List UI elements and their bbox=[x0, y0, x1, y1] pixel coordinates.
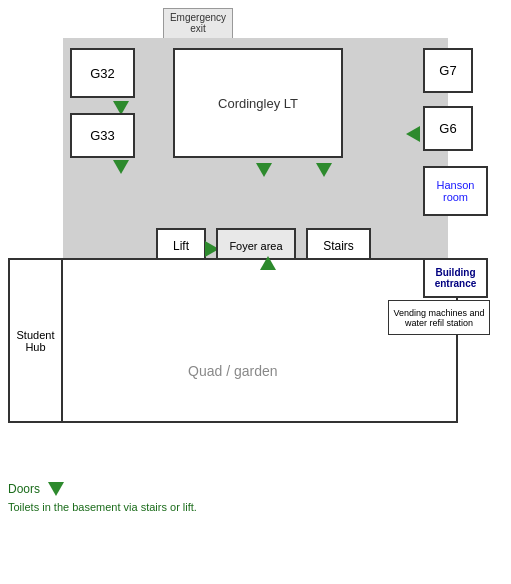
floor-plan: Emgergency exit Cordingley LT G32 G33 G7… bbox=[8, 8, 503, 478]
door-quad-icon bbox=[260, 256, 276, 270]
quad-label: Quad / garden bbox=[188, 363, 278, 379]
room-g6: G6 bbox=[423, 106, 473, 151]
door-g6-icon bbox=[406, 126, 420, 142]
toilets-note: Toilets in the basement via stairs or li… bbox=[8, 500, 197, 515]
building-entrance-label: Building entrance bbox=[425, 267, 486, 289]
quad-garden-area bbox=[8, 258, 458, 423]
cordingley-label: Cordingley LT bbox=[218, 96, 298, 111]
doors-legend-row: Doors bbox=[8, 482, 197, 496]
cordingley-lt-room: Cordingley LT bbox=[173, 48, 343, 158]
building-entrance: Building entrance bbox=[423, 258, 488, 298]
vending-machines-area: Vending machines and water refil station bbox=[388, 300, 490, 335]
doors-legend-label: Doors bbox=[8, 482, 40, 496]
lift-label: Lift bbox=[173, 239, 189, 253]
student-hub-label: Student Hub bbox=[10, 329, 61, 353]
g33-label: G33 bbox=[90, 128, 115, 143]
legend-area: Doors Toilets in the basement via stairs… bbox=[8, 482, 197, 515]
stairs-label: Stairs bbox=[323, 239, 354, 253]
door-legend-icon bbox=[48, 482, 64, 496]
foyer-label: Foyer area bbox=[229, 240, 282, 252]
door-cordingley-right-icon bbox=[316, 163, 332, 177]
quad-text: Quad / garden bbox=[188, 363, 278, 379]
g7-label: G7 bbox=[439, 63, 456, 78]
student-hub-room: Student Hub bbox=[8, 258, 63, 423]
room-g32: G32 bbox=[70, 48, 135, 98]
hanson-label: Hanson room bbox=[425, 179, 486, 203]
room-g7: G7 bbox=[423, 48, 473, 93]
g32-label: G32 bbox=[90, 66, 115, 81]
vending-label: Vending machines and water refil station bbox=[391, 308, 487, 328]
hanson-room: Hanson room bbox=[423, 166, 488, 216]
room-g33: G33 bbox=[70, 113, 135, 158]
door-g33-icon bbox=[113, 160, 129, 174]
g6-label: G6 bbox=[439, 121, 456, 136]
emergency-exit-text: Emgergency exit bbox=[170, 12, 226, 34]
door-cordingley-left-icon bbox=[256, 163, 272, 177]
